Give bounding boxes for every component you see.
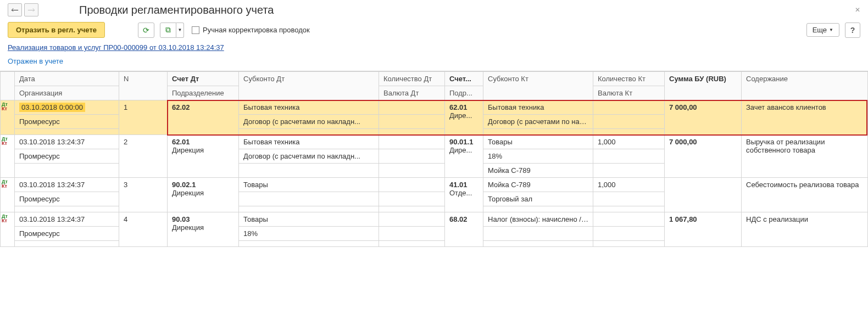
- cell-sub-kt: Бытовая техника: [483, 100, 593, 115]
- cell-n: 1: [119, 100, 168, 135]
- nav-forward-button[interactable]: 🡒: [24, 3, 38, 16]
- cell-org: Промресурс: [15, 115, 119, 129]
- cell-cur-kt: [593, 115, 665, 129]
- cell-qty-dt: [379, 212, 445, 227]
- table-row[interactable]: ДтКт 03.10.2018 13:24:37 4 90.03Дирекция…: [1, 212, 868, 227]
- cell-date: 03.10.2018 0:00:00: [19, 103, 85, 112]
- nav-back-button[interactable]: 🡐: [8, 3, 22, 16]
- cell-sub-kt: Налог (взносы): начислено / уп...: [483, 212, 593, 227]
- col-sub-dt[interactable]: Субконто Дт: [239, 72, 379, 100]
- cell-sub-dt: [239, 129, 379, 135]
- table-row[interactable]: ДтКт 03.10.2018 13:24:37 2 62.01Дирекция…: [1, 135, 868, 149]
- cell-org: Промресурс: [15, 192, 119, 206]
- cell-qty-kt: [593, 100, 665, 115]
- cell-sub-kt: [483, 241, 593, 247]
- cell-cur-dt: [379, 192, 445, 206]
- cell-qty-kt: [593, 212, 665, 227]
- cell-acct-dt: 90.03Дирекция: [168, 212, 239, 247]
- dtkt-icon: ДтКт: [2, 137, 8, 145]
- close-icon[interactable]: ✕: [855, 6, 860, 14]
- cell-acct-dt: 62.02: [168, 100, 239, 135]
- cell-desc: НДС с реализации: [742, 212, 868, 247]
- copy-button[interactable]: ⧉: [160, 23, 176, 38]
- col-desc[interactable]: Содержание: [742, 72, 868, 100]
- source-document-link[interactable]: Реализация товаров и услуг ПР00-000099 о…: [8, 43, 224, 52]
- reflect-button[interactable]: Отразить в регл. учете: [8, 22, 105, 38]
- copy-dropdown[interactable]: ▼: [176, 23, 184, 38]
- cell-acct-dt: 62.01Дирекция: [168, 135, 239, 178]
- cell-sub-kt: [483, 206, 593, 212]
- cell-n: 4: [119, 212, 168, 247]
- cell-sub-dt: Договор (с расчетами по накладн...: [239, 115, 379, 129]
- dtkt-icon: ДтКт: [2, 179, 8, 188]
- cell-n: 3: [119, 178, 168, 212]
- refresh-button[interactable]: ⟳: [138, 23, 154, 38]
- status-label: Отражен в учете: [0, 54, 868, 71]
- col-cur-dt[interactable]: Валюта Дт: [379, 86, 445, 100]
- col-n[interactable]: N: [119, 72, 168, 100]
- cell-cur-kt: [593, 149, 665, 164]
- cell-cur-dt: [379, 115, 445, 129]
- cell-sub-kt: Мойка С-789: [483, 164, 593, 178]
- dtkt-icon: ДтКт: [2, 102, 8, 111]
- col-dept-kt[interactable]: Подр...: [445, 86, 483, 100]
- cell-sum: 7 000,00: [665, 100, 742, 135]
- cell-sub-kt: Мойка С-789: [483, 178, 593, 192]
- cell-qty-dt: [379, 100, 445, 115]
- cell-sub-kt: Торговый зал: [483, 192, 593, 206]
- chevron-down-icon: ▼: [829, 27, 833, 32]
- refresh-icon: ⟳: [143, 26, 149, 35]
- col-sub-kt[interactable]: Субконто Кт: [483, 72, 593, 100]
- cell-sub-dt: [239, 206, 379, 212]
- col-sum[interactable]: Сумма БУ (RUB): [665, 72, 742, 100]
- cell-acct-kt: 68.02: [445, 212, 483, 247]
- cell-date: 03.10.2018 13:24:37: [19, 215, 85, 223]
- col-cur-kt[interactable]: Валюта Кт: [593, 86, 665, 100]
- cell-sub-dt: Товары: [239, 212, 379, 227]
- manual-checkbox[interactable]: [192, 26, 199, 34]
- cell-sum: 1 067,80: [665, 212, 742, 247]
- page-title: Проводки регламентированного учета: [79, 4, 274, 16]
- cell-org: Промресурс: [15, 227, 119, 241]
- cell-sub-dt: [239, 241, 379, 247]
- cell-qty-kt: 1,000: [593, 178, 665, 192]
- cell-sub-dt: Товары: [239, 178, 379, 192]
- copy-icon: ⧉: [165, 25, 171, 35]
- more-label: Еще: [813, 26, 827, 34]
- table-row[interactable]: ДтКт 03.10.2018 13:24:37 3 90.02.1Дирекц…: [1, 178, 868, 192]
- cell-sub-kt: [483, 227, 593, 241]
- col-qty-kt[interactable]: Количество Кт: [593, 72, 665, 86]
- cell-desc: Выручка от реализации собственного товар…: [742, 135, 868, 178]
- cell-n: 2: [119, 135, 168, 178]
- chevron-down-icon: ▼: [178, 27, 182, 32]
- col-acct-kt[interactable]: Счет...: [445, 72, 483, 86]
- dtkt-icon: ДтКт: [2, 214, 8, 223]
- more-button[interactable]: Еще ▼: [806, 23, 839, 37]
- cell-cur-kt: [593, 192, 665, 206]
- cell-sub-kt: 18%: [483, 149, 593, 164]
- cell-sub-dt: Бытовая техника: [239, 135, 379, 149]
- help-button[interactable]: ?: [845, 23, 860, 38]
- cell-cur-kt: [593, 227, 665, 241]
- table-row[interactable]: ДтКт 03.10.2018 0:00:00 1 62.02 Бытовая …: [1, 100, 868, 115]
- cell-sub-dt: [239, 164, 379, 178]
- cell-desc: Зачет авансов клиентов: [742, 100, 868, 135]
- cell-qty-dt: [379, 135, 445, 149]
- cell-sub-dt: [239, 192, 379, 206]
- col-dept[interactable]: Подразделение: [168, 86, 239, 100]
- manual-checkbox-label: Ручная корректировка проводок: [203, 26, 310, 34]
- cell-date: 03.10.2018 13:24:37: [19, 181, 85, 189]
- cell-acct-kt: 90.01.1Дире...: [445, 135, 483, 178]
- col-acct-dt[interactable]: Счет Дт: [168, 72, 239, 86]
- cell-sub-dt: Договор (с расчетами по накладн...: [239, 149, 379, 164]
- cell-sum: [665, 178, 742, 212]
- cell-sub-dt: Бытовая техника: [239, 100, 379, 115]
- cell-qty-kt: 1,000: [593, 135, 665, 149]
- col-date[interactable]: Дата: [15, 72, 119, 86]
- cell-date: 03.10.2018 13:24:37: [19, 138, 85, 146]
- cell-qty-dt: [379, 178, 445, 192]
- cell-cur-dt: [379, 149, 445, 164]
- entries-table: Дата N Счет Дт Субконто Дт Количество Дт…: [0, 71, 868, 247]
- col-qty-dt[interactable]: Количество Дт: [379, 72, 445, 86]
- col-org[interactable]: Организация: [15, 86, 119, 100]
